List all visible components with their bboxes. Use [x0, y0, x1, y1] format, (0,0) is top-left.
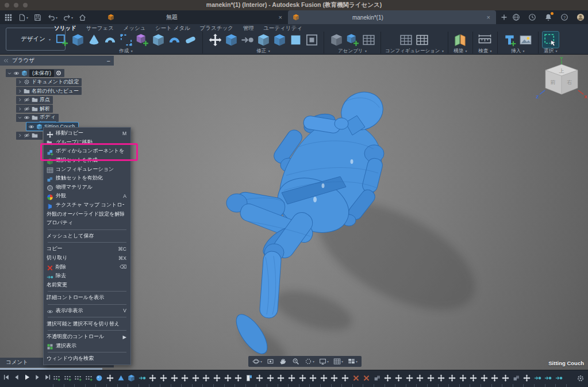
nav-tool-button[interactable]: ▾ [252, 358, 262, 365]
node-label[interactable]: (未保存) [29, 70, 54, 77]
timeline-feature-icon[interactable] [53, 374, 60, 382]
app-bar-icon[interactable] [560, 13, 568, 21]
ribbon-tool-button[interactable] [86, 32, 102, 48]
ribbon-tool-button[interactable] [53, 32, 70, 48]
playback-button[interactable] [3, 374, 10, 381]
nav-tool-button[interactable] [279, 358, 287, 365]
group-label[interactable]: 構築 ▾ [454, 48, 467, 55]
context-menu-item[interactable] [48, 229, 126, 230]
context-menu-item[interactable]: テクスチャ マップ コントロール [44, 201, 130, 210]
chevron-icon[interactable] [18, 98, 22, 102]
nav-tool-button[interactable] [267, 358, 275, 365]
context-menu-item[interactable]: メッシュとして保存 [44, 232, 130, 241]
timeline-feature-icon[interactable] [481, 374, 488, 382]
context-menu-item[interactable]: 外観のオーバーライド設定を解除 [44, 209, 130, 219]
timeline-feature-icon[interactable] [85, 374, 93, 382]
ribbon-tool-button[interactable] [255, 32, 271, 48]
app-bar-icon[interactable] [528, 13, 536, 21]
context-menu-item[interactable]: 物理マテリアル [44, 183, 130, 192]
context-menu-item[interactable]: 名前変更 [44, 281, 130, 290]
context-menu-item[interactable]: 切り取り ⌘X [44, 254, 130, 263]
timeline-feature-icon[interactable] [459, 374, 467, 382]
timeline-feature-icon[interactable] [256, 374, 263, 382]
context-menu-item[interactable]: ウィンドウ内を検索 [44, 354, 130, 363]
browser-tree-row[interactable] [16, 132, 43, 140]
browser-tree-row[interactable]: 原点 [16, 96, 53, 104]
view-cube[interactable]: Y X Z 上 前 右 [536, 56, 588, 99]
ribbon-tool-button[interactable] [360, 32, 376, 48]
timeline-scrollbar[interactable] [0, 368, 102, 370]
timeline-feature-icon[interactable] [299, 374, 306, 382]
timeline-feature-icon[interactable] [374, 374, 381, 382]
timeline-feature-icon[interactable] [95, 374, 103, 382]
context-menu-item[interactable] [48, 291, 126, 292]
timeline-feature-icon[interactable] [309, 374, 317, 382]
context-menu-item[interactable]: 接触セットを有効化 [44, 174, 130, 183]
timeline-feature-icon[interactable] [437, 374, 445, 382]
context-menu-item[interactable] [48, 330, 126, 331]
ribbon-tool-button[interactable] [134, 32, 150, 48]
browser-tree-row[interactable]: ドキュメントの設定 [16, 78, 82, 86]
browser-tree-row[interactable]: (未保存) [6, 69, 64, 77]
timeline-feature-icon[interactable] [341, 374, 349, 382]
chevron-icon[interactable] [18, 107, 22, 111]
quick-access-icon[interactable] [79, 14, 87, 21]
timeline-feature-icon[interactable] [523, 374, 531, 382]
group-label[interactable]: 検査 ▾ [478, 48, 491, 55]
ribbon-tool-button[interactable] [477, 32, 493, 48]
timeline-feature-icon[interactable] [544, 374, 552, 382]
new-document-button[interactable] [496, 10, 512, 24]
playback-button[interactable] [24, 374, 30, 381]
context-menu-item[interactable]: プロパティ [44, 219, 130, 228]
app-bar-icon[interactable] [544, 13, 552, 21]
context-menu-item[interactable]: コンフィギュレーション [44, 164, 130, 174]
timeline-feature-icon[interactable] [267, 374, 274, 382]
node-label[interactable]: 名前の付いたビュー [32, 87, 79, 95]
quick-access-icon[interactable] [5, 14, 13, 21]
zoom-window-button[interactable] [23, 3, 28, 7]
context-menu-item[interactable] [48, 352, 126, 352]
timeline-feature-icon[interactable] [171, 374, 178, 382]
quick-access-icon[interactable]: ▾ [48, 14, 57, 21]
close-tab-icon[interactable]: × [278, 14, 283, 21]
context-menu-item[interactable] [48, 242, 126, 243]
browser-tree-row[interactable]: ボディ [16, 114, 59, 122]
ribbon-tool-button[interactable] [102, 32, 118, 48]
timeline-feature-icon[interactable] [288, 374, 295, 382]
timeline-feature-icon[interactable] [192, 374, 199, 382]
ribbon-tool-button[interactable] [303, 32, 320, 48]
chevron-icon[interactable] [18, 116, 22, 120]
context-menu-item[interactable]: 選択可能と選択不可を切り替え [44, 319, 130, 328]
nav-tool-button[interactable] [292, 358, 300, 365]
group-label[interactable]: コンフィギュレーション ▾ [385, 48, 444, 55]
minimize-window-button[interactable] [14, 3, 18, 7]
context-menu-item[interactable]: 選択表示 [44, 341, 130, 350]
ribbon-tool-button[interactable] [118, 32, 134, 48]
document-tab[interactable]: 無題 × [103, 10, 288, 24]
node-label[interactable]: ドキュメントの設定 [32, 78, 79, 86]
timeline-feature-icon[interactable] [416, 374, 424, 382]
timeline-feature-icon[interactable] [160, 374, 167, 382]
timeline-feature-icon[interactable] [427, 374, 435, 382]
context-menu-item[interactable]: 移動/コピー M [44, 129, 130, 138]
timeline-feature-icon[interactable] [534, 374, 541, 382]
timeline-feature-icon[interactable] [320, 374, 328, 382]
ribbon-tool-button[interactable] [502, 32, 518, 48]
timeline-feature-icon[interactable] [555, 374, 563, 382]
ribbon-tool-button[interactable] [150, 32, 166, 48]
ribbon-tool-button[interactable] [239, 32, 255, 48]
timeline-feature-icon[interactable] [245, 374, 253, 382]
timeline-feature-icon[interactable] [330, 374, 338, 382]
node-label[interactable]: ボディ [40, 113, 56, 122]
minimize-panel-icon[interactable]: − [107, 58, 110, 64]
nav-tool-button[interactable]: ▾ [348, 358, 358, 365]
timeline-feature-icon[interactable] [64, 374, 71, 382]
timeline-feature-icon[interactable] [149, 374, 156, 382]
chevron-icon[interactable] [7, 71, 11, 75]
nav-tool-button[interactable]: ▾ [305, 358, 314, 365]
context-menu-item[interactable]: 詳細コントロールを表示 [44, 293, 130, 302]
playback-button[interactable] [13, 374, 20, 381]
timeline-feature-icon[interactable] [74, 374, 82, 382]
timeline-feature-icon[interactable] [106, 374, 114, 382]
visibility-eye-icon[interactable] [24, 132, 30, 139]
